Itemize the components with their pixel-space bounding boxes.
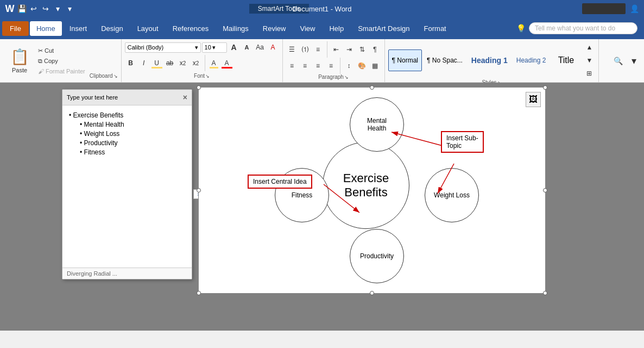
text-highlight-button[interactable]: A: [208, 57, 220, 69]
redo-icon[interactable]: ↪: [41, 4, 50, 13]
style-heading2[interactable]: Heading 2: [513, 49, 550, 71]
menu-file[interactable]: File: [2, 21, 29, 36]
italic-button[interactable]: I: [138, 57, 150, 69]
menu-home[interactable]: Home: [30, 21, 62, 36]
styles-expand[interactable]: ⊞: [583, 67, 595, 79]
font-group: Calibri (Body) ▾ 10 ▾ A A Aa A B I U ab …: [122, 39, 283, 82]
document-title: Document1 - Word: [293, 5, 352, 13]
word-icon: W: [5, 4, 14, 13]
styles-group: ¶ Normal ¶ No Spac... Heading 1 Heading …: [385, 39, 599, 82]
document-name: Document1: [293, 5, 329, 13]
more-icon[interactable]: ▾: [65, 4, 74, 13]
handle-ml[interactable]: [197, 188, 201, 192]
smartart-canvas: Exercise Benefits Mental Health Fitness …: [198, 87, 546, 294]
sort-button[interactable]: ⇅: [356, 44, 368, 55]
list-item-weight: • Weight Loss: [80, 130, 185, 138]
font-case-button[interactable]: Aa: [254, 41, 266, 53]
text-panel-content[interactable]: • Exercise Benefits • Mental Health • We…: [62, 105, 192, 268]
menu-references[interactable]: References: [166, 21, 215, 36]
bottom-circle[interactable]: Productivity: [350, 229, 404, 283]
bold-button[interactable]: B: [125, 57, 137, 69]
numbering-button[interactable]: ⑴: [299, 44, 311, 55]
sep2: [327, 41, 327, 58]
paste-button[interactable]: 📋 Paste: [8, 46, 31, 76]
superscript-button[interactable]: x2: [190, 57, 202, 69]
menu-insert[interactable]: Insert: [63, 21, 94, 36]
format-painter-button[interactable]: 🖌 Format Painter: [36, 67, 87, 76]
insert-central-idea-box: Insert Central Idea: [248, 175, 312, 189]
painter-icon: 🖌: [38, 68, 44, 74]
font-color-button[interactable]: A: [221, 57, 233, 69]
strikethrough-button[interactable]: ab: [164, 57, 176, 69]
right-circle[interactable]: Weight Loss: [425, 168, 479, 222]
menu-help[interactable]: Help: [323, 21, 350, 36]
show-hide-button[interactable]: ¶: [369, 44, 381, 55]
underline-button[interactable]: U: [151, 57, 163, 69]
title-bar: W 💾 ↩ ↪ ▾ ▾ Document1 - Word SmartArt To…: [0, 0, 644, 17]
align-right-button[interactable]: ≡: [312, 60, 324, 72]
cut-button[interactable]: ✂ Cut: [36, 46, 87, 55]
shading-button[interactable]: 🎨: [356, 60, 368, 72]
decrease-indent-button[interactable]: ⇤: [330, 44, 342, 55]
font-family-selector[interactable]: Calibri (Body) ▾: [125, 42, 201, 53]
top-circle[interactable]: Mental Health: [350, 97, 404, 152]
multilevel-button[interactable]: ≡: [312, 44, 324, 55]
borders-button[interactable]: ▦: [369, 60, 381, 72]
center-circle[interactable]: Exercise Benefits: [323, 142, 409, 229]
style-heading1[interactable]: Heading 1: [468, 49, 512, 71]
title-bar-left: W 💾 ↩ ↪ ▾ ▾: [5, 4, 74, 13]
para-mid: ≡ ≡ ≡ ≡ ↕ 🎨 ▦: [286, 58, 381, 74]
styles-down[interactable]: ▼: [583, 54, 595, 66]
font-shrink-button[interactable]: A: [241, 41, 253, 53]
subscript-button[interactable]: x2: [177, 57, 189, 69]
undo-icon[interactable]: ↩: [29, 4, 38, 13]
font-grow-button[interactable]: A: [228, 41, 240, 53]
account-icon[interactable]: 👤: [630, 4, 639, 13]
menu-format[interactable]: Format: [418, 21, 453, 36]
paragraph-group: ☰ ⑴ ≡ ⇤ ⇥ ⇅ ¶ ≡ ≡ ≡ ≡ ↕ 🎨 ▦ Paragraph ↘: [283, 39, 385, 82]
text-panel-close-button[interactable]: ×: [183, 93, 187, 102]
menu-design[interactable]: Design: [94, 21, 129, 36]
insert-sub-topic-box: Insert Sub- Topic: [441, 131, 484, 153]
save-icon[interactable]: 💾: [17, 4, 26, 13]
increase-indent-button[interactable]: ⇥: [343, 44, 355, 55]
tell-me-placeholder: Tell me what you want to do: [535, 24, 615, 32]
style-title[interactable]: Title: [551, 49, 581, 71]
styles-up[interactable]: ▲: [583, 41, 595, 53]
copy-button[interactable]: ⧉ Copy: [36, 57, 87, 66]
justify-button[interactable]: ≡: [325, 60, 337, 72]
highlight-bar: [210, 67, 218, 69]
handle-mr[interactable]: [543, 188, 547, 192]
bullets-button[interactable]: ☰: [286, 44, 298, 55]
styles-gallery: ¶ Normal ¶ No Spac... Heading 1 Heading …: [388, 41, 596, 79]
ribbon-more[interactable]: ▾: [628, 55, 640, 67]
handle-bl[interactable]: [197, 291, 201, 295]
style-normal[interactable]: ¶ Normal: [388, 49, 422, 71]
customize-icon[interactable]: ▾: [53, 4, 62, 13]
handle-tr[interactable]: [543, 85, 547, 90]
layout-options-button[interactable]: 🖼: [526, 92, 541, 107]
handle-tm[interactable]: [370, 85, 374, 90]
menu-view[interactable]: View: [293, 21, 321, 36]
text-panel: Type your text here × • Exercise Benefit…: [62, 89, 192, 279]
font-size-selector[interactable]: 10 ▾: [202, 42, 227, 53]
handle-tl[interactable]: [197, 85, 201, 90]
menu-layout[interactable]: Layout: [131, 21, 165, 36]
handle-bm[interactable]: [370, 291, 374, 295]
lightbulb-icon: 💡: [516, 24, 526, 33]
user-area[interactable]: [582, 3, 626, 14]
align-left-button[interactable]: ≡: [286, 60, 298, 72]
find-button[interactable]: 🔍: [610, 53, 626, 69]
align-center-button[interactable]: ≡: [299, 60, 311, 72]
styles-scroll: ▲ ▼ ⊞: [583, 41, 595, 79]
menu-mailings[interactable]: Mailings: [216, 21, 255, 36]
style-no-space[interactable]: ¶ No Spac...: [423, 49, 466, 71]
font-dropdown-icon: ▾: [195, 44, 198, 51]
tell-me-input[interactable]: Tell me what you want to do: [529, 22, 637, 34]
handle-br[interactable]: [543, 291, 547, 295]
menu-smartart-design[interactable]: SmartArt Design: [351, 21, 416, 36]
line-spacing-button[interactable]: ↕: [343, 60, 355, 72]
clear-format-button[interactable]: A: [267, 41, 279, 53]
menu-review[interactable]: Review: [256, 21, 293, 36]
window-controls: 👤: [582, 3, 639, 14]
